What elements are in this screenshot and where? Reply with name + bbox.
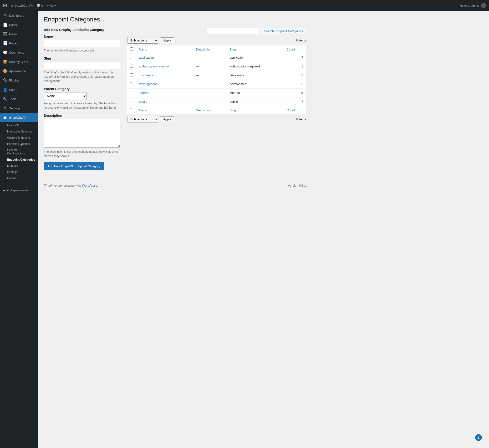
row-slug-cell: internal [227,89,284,98]
sidebar-item-label: Comments [9,51,24,54]
sidebar-item-tools[interactable]: 🔧 Tools [0,94,38,104]
slug-column-header[interactable]: Slug [227,46,284,53]
submenu-item-schema-configurations[interactable]: Schema Configurations [0,147,38,156]
submenu-item-modules[interactable]: Modules [0,163,38,169]
row-checkbox[interactable] [130,91,133,94]
sidebar-item-pages[interactable]: 📃 Pages [0,39,38,48]
bottom-apply-button[interactable]: Apply [160,116,174,122]
sidebar-item-plugins[interactable]: 🔌 Plugins [0,76,38,85]
row-slug-cell: customers [227,71,284,80]
bottom-bulk-actions-select[interactable]: Bulk actions Delete [127,116,158,122]
content-layout: Add New GraphQL Endpoint Category Name T… [44,28,306,170]
footer-select-all-checkbox[interactable] [130,108,133,111]
row-description-cell: — [193,62,227,71]
row-count-cell: 5 [284,80,306,89]
table-row: customers — customers 2 [127,71,306,80]
footer-count-header[interactable]: Count [284,106,306,114]
bulk-actions-select[interactable]: Bulk actions Delete [127,37,158,44]
row-description-cell: — [193,89,227,98]
category-name-link[interactable]: authorization-required [139,65,169,68]
description-input[interactable] [44,119,120,147]
search-button[interactable]: Search Endpoint Categories [261,28,306,34]
submenu-item-persisted-queries[interactable]: Persisted Queries [0,141,38,147]
pages-icon: 📃 [3,41,7,46]
sidebar-item-settings[interactable]: ⚙ Settings [0,104,38,113]
footer-description-header[interactable]: Description [193,106,227,114]
comments-link[interactable]: 💬 0 [36,4,43,7]
parent-select[interactable]: None [44,92,87,100]
table-row: development — development 5 [127,80,306,89]
submenu-item-graphiql[interactable]: GraphiQL [0,122,38,129]
row-name-cell: internal [136,89,193,98]
submenu-item-custom-endpoints[interactable]: Custom Endpoints [0,135,38,141]
row-description-cell: — [193,53,227,62]
top-bulk-bar: Bulk actions Delete Apply 6 items [127,37,306,44]
sidebar-item-users[interactable]: 👤 Users [0,85,38,94]
category-name-link[interactable]: customers [139,73,153,77]
site-name[interactable]: ⌂ GraphQL API [11,4,33,7]
footer-name-header[interactable]: Name [136,106,193,114]
posts-icon: 📄 [3,23,7,27]
sidebar-item-media[interactable]: 🖼 Media [0,30,38,39]
new-content-label: + New [47,4,56,7]
description-column-header[interactable]: Description [193,46,227,53]
row-checkbox[interactable] [130,56,133,59]
row-checkbox[interactable] [130,82,133,85]
comments-count: 0 [41,4,43,7]
row-checkbox[interactable] [130,73,133,76]
name-column-header[interactable]: Name [136,46,193,53]
sidebar-item-dashboard[interactable]: ⊟ Dashboard [0,11,38,20]
bulk-actions-left: Bulk actions Delete Apply [127,37,174,44]
description-hint: The description is not prominent by defa… [44,150,120,158]
category-name-link[interactable]: application [139,56,154,59]
submenu-item-guides[interactable]: Guides [0,175,38,181]
submit-button[interactable]: Add New GraphQL Endpoint Category [44,162,104,170]
category-name-link[interactable]: development [139,82,156,86]
description-field-group: Description The description is not promi… [44,114,120,158]
category-name-link[interactable]: internal [139,91,149,95]
row-slug-cell: development [227,80,284,89]
row-checkbox[interactable] [130,65,133,68]
sidebar-item-label: Tools [9,97,16,101]
name-input[interactable] [44,40,120,47]
sidebar-item-label: Appearance [9,69,26,73]
new-content-link[interactable]: + New [47,4,56,7]
slug-input[interactable] [44,62,120,69]
category-name-link[interactable]: public [139,100,147,103]
top-apply-button[interactable]: Apply [160,37,174,43]
submenu-item-endpoint-categories[interactable]: Endpoint Categories [0,156,38,163]
sidebar-item-graphql-api[interactable]: ◉ GraphQL API [0,113,38,122]
tools-icon: 🔧 [3,97,7,101]
sidebar-item-comments[interactable]: 💬 Comments [0,48,38,57]
collapse-menu-label: Collapse menu [7,188,28,192]
wp-logo-icon[interactable]: ⊞ [3,2,7,8]
wordpress-link[interactable]: WordPress [82,184,97,187]
select-all-checkbox[interactable] [130,48,133,50]
footer-slug-header[interactable]: Slug [227,106,284,114]
sidebar-item-posts[interactable]: 📄 Posts [0,20,38,30]
page-title: Endpoint Categories [44,16,306,23]
count-column-header[interactable]: Count [284,46,306,53]
avatar [481,3,486,8]
table-footer-row: Name Description Slug Count [127,106,306,114]
row-checkbox[interactable] [130,100,133,103]
collapse-menu-button[interactable]: ◀ Collapse menu [0,186,38,195]
items-count: 6 items [296,39,306,42]
name-hint: The name is how it appears on your site. [44,48,120,53]
slug-label: Slug [44,57,120,60]
search-input[interactable] [207,28,259,34]
row-checkbox-cell [127,89,136,98]
user-info[interactable]: Howdy, admin [460,3,486,8]
submenu-item-settings[interactable]: Settings [0,169,38,175]
slug-field-group: Slug The "slug" is the URL-friendly vers… [44,57,120,83]
bottom-items-count: 6 items [296,117,306,121]
notification-bubble[interactable]: 1 [475,434,482,441]
footer-check-col [127,106,136,114]
sidebar-item-dummy-cpts[interactable]: 📦 Dummy CPTs [0,57,38,66]
row-name-cell: public [136,98,193,106]
appearance-icon: 🎨 [3,69,7,73]
sidebar-item-appearance[interactable]: 🎨 Appearance [0,66,38,76]
submenu-item-interactive-schema[interactable]: Interactive Schema [0,129,38,135]
description-label: Description [44,114,120,117]
wp-footer: Thank you for creating with WordPress. V… [44,180,306,187]
